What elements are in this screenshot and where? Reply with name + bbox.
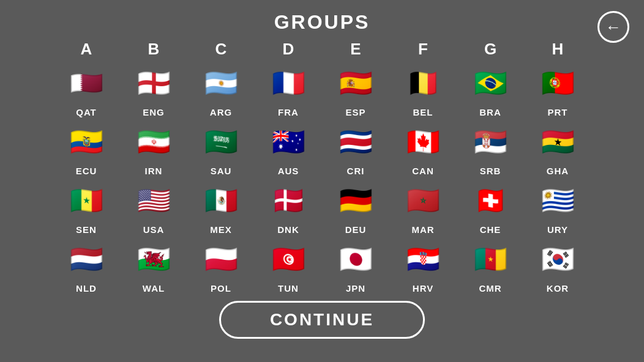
team-cell-sen[interactable]: 🇸🇳SEN (53, 179, 120, 235)
team-cell-esp[interactable]: 🇪🇸ESP (322, 61, 389, 117)
team-cell-wal[interactable]: 🏴󠁧󠁢󠁷󠁬󠁳󠁿WAL (120, 237, 187, 294)
flag-che: 🇨🇭 (468, 179, 512, 223)
country-label-fra: FRA (278, 107, 299, 117)
grid-row-2: 🇸🇳SEN🇺🇸USA🇲🇽MEX🇩🇰DNK🇩🇪DEU🇲🇦MAR🇨🇭CHE🇺🇾URY (53, 176, 591, 235)
flag-aus: 🇦🇺 (266, 120, 310, 164)
flag-qat: 🇶🇦 (64, 61, 108, 105)
country-label-ury: URY (547, 224, 568, 235)
group-header-C: C (187, 40, 255, 59)
flag-eng: 🏴󠁧󠁢󠁥󠁮󠁧󠁿 (132, 61, 176, 105)
flag-arg: 🇦🇷 (199, 61, 243, 105)
flag-pol: 🇵🇱 (199, 237, 243, 281)
group-header-F: F (389, 40, 457, 59)
team-cell-mex[interactable]: 🇲🇽MEX (187, 179, 255, 235)
group-header-G: G (457, 40, 524, 59)
team-cell-tun[interactable]: 🇹🇳TUN (255, 237, 322, 294)
back-button[interactable]: ← (597, 11, 629, 43)
flag-mex: 🇲🇽 (199, 179, 243, 223)
team-cell-prt[interactable]: 🇵🇹PRT (524, 61, 591, 117)
flag-srb: 🇷🇸 (468, 120, 512, 164)
flag-bel: 🇧🇪 (401, 61, 445, 105)
group-header-D: D (255, 40, 322, 59)
country-label-kor: KOR (547, 283, 569, 294)
flag-nld: 🇳🇱 (64, 237, 108, 281)
team-cell-bel[interactable]: 🇧🇪BEL (389, 61, 457, 117)
country-label-deu: DEU (345, 224, 367, 235)
team-cell-eng[interactable]: 🏴󠁧󠁢󠁥󠁮󠁧󠁿ENG (120, 61, 187, 117)
country-label-ecu: ECU (76, 166, 97, 176)
country-label-prt: PRT (548, 107, 568, 117)
flag-kor: 🇰🇷 (536, 237, 580, 281)
team-cell-srb[interactable]: 🇷🇸SRB (457, 120, 524, 176)
flag-ecu: 🇪🇨 (64, 120, 108, 164)
country-label-che: CHE (480, 224, 501, 235)
group-headers-row: ABCDEFGH (53, 40, 591, 59)
team-cell-mar[interactable]: 🇲🇦MAR (389, 179, 457, 235)
flag-prt: 🇵🇹 (536, 61, 580, 105)
flag-sau: 🇸🇦 (199, 120, 243, 164)
continue-button[interactable]: CONTINUE (219, 301, 425, 339)
country-label-tun: TUN (278, 283, 299, 294)
country-label-usa: USA (143, 224, 165, 235)
flag-hrv: 🇭🇷 (401, 237, 445, 281)
team-cell-irn[interactable]: 🇮🇷IRN (120, 120, 187, 176)
team-cell-arg[interactable]: 🇦🇷ARG (187, 61, 255, 117)
flag-wal: 🏴󠁧󠁢󠁷󠁬󠁳󠁿 (132, 237, 176, 281)
team-cell-bra[interactable]: 🇧🇷BRA (457, 61, 524, 117)
flag-cmr: 🇨🇲 (468, 237, 512, 281)
country-label-eng: ENG (143, 107, 165, 117)
country-label-cri: CRI (347, 166, 365, 176)
team-cell-pol[interactable]: 🇵🇱POL (187, 237, 255, 294)
country-label-jpn: JPN (346, 283, 365, 294)
country-label-esp: ESP (345, 107, 365, 117)
country-label-sau: SAU (211, 166, 232, 176)
team-cell-cri[interactable]: 🇨🇷CRI (322, 120, 389, 176)
group-header-B: B (120, 40, 187, 59)
group-header-H: H (524, 40, 591, 59)
country-label-nld: NLD (76, 283, 97, 294)
country-label-mex: MEX (210, 224, 232, 235)
group-header-A: A (53, 40, 120, 59)
country-label-srb: SRB (480, 166, 501, 176)
country-label-aus: AUS (278, 166, 299, 176)
flag-mar: 🇲🇦 (401, 179, 445, 223)
team-cell-hrv[interactable]: 🇭🇷HRV (389, 237, 457, 294)
team-cell-ury[interactable]: 🇺🇾URY (524, 179, 591, 235)
team-cell-dnk[interactable]: 🇩🇰DNK (255, 179, 322, 235)
flag-fra: 🇫🇷 (266, 61, 310, 105)
team-cell-qat[interactable]: 🇶🇦QAT (53, 61, 120, 117)
back-arrow-icon: ← (605, 18, 621, 37)
country-label-sen: SEN (76, 224, 97, 235)
country-label-gha: GHA (547, 166, 569, 176)
flag-bra: 🇧🇷 (468, 61, 512, 105)
country-label-arg: ARG (210, 107, 232, 117)
team-cell-usa[interactable]: 🇺🇸USA (120, 179, 187, 235)
grid-row-3: 🇳🇱NLD🏴󠁧󠁢󠁷󠁬󠁳󠁿WAL🇵🇱POL🇹🇳TUN🇯🇵JPN🇭🇷HRV🇨🇲CMR… (53, 235, 591, 294)
flag-usa: 🇺🇸 (132, 179, 176, 223)
country-label-cmr: CMR (479, 283, 501, 294)
flag-sen: 🇸🇳 (64, 179, 108, 223)
team-cell-can[interactable]: 🇨🇦CAN (389, 120, 457, 176)
flag-gha: 🇬🇭 (536, 120, 580, 164)
team-cell-gha[interactable]: 🇬🇭GHA (524, 120, 591, 176)
team-cell-kor[interactable]: 🇰🇷KOR (524, 237, 591, 294)
flag-jpn: 🇯🇵 (334, 237, 378, 281)
country-label-can: CAN (412, 166, 434, 176)
flag-ury: 🇺🇾 (536, 179, 580, 223)
team-cell-jpn[interactable]: 🇯🇵JPN (322, 237, 389, 294)
teams-grid: 🇶🇦QAT🏴󠁧󠁢󠁥󠁮󠁧󠁿ENG🇦🇷ARG🇫🇷FRA🇪🇸ESP🇧🇪BEL🇧🇷BRA… (53, 59, 591, 294)
grid-row-0: 🇶🇦QAT🏴󠁧󠁢󠁥󠁮󠁧󠁿ENG🇦🇷ARG🇫🇷FRA🇪🇸ESP🇧🇪BEL🇧🇷BRA… (53, 59, 591, 117)
team-cell-nld[interactable]: 🇳🇱NLD (53, 237, 120, 294)
team-cell-deu[interactable]: 🇩🇪DEU (322, 179, 389, 235)
country-label-pol: POL (211, 283, 231, 294)
team-cell-ecu[interactable]: 🇪🇨ECU (53, 120, 120, 176)
team-cell-cmr[interactable]: 🇨🇲CMR (457, 237, 524, 294)
team-cell-che[interactable]: 🇨🇭CHE (457, 179, 524, 235)
flag-esp: 🇪🇸 (334, 61, 378, 105)
team-cell-sau[interactable]: 🇸🇦SAU (187, 120, 255, 176)
group-header-E: E (322, 40, 389, 59)
page-title: GROUPS (274, 11, 370, 34)
team-cell-aus[interactable]: 🇦🇺AUS (255, 120, 322, 176)
team-cell-fra[interactable]: 🇫🇷FRA (255, 61, 322, 117)
flag-dnk: 🇩🇰 (266, 179, 310, 223)
